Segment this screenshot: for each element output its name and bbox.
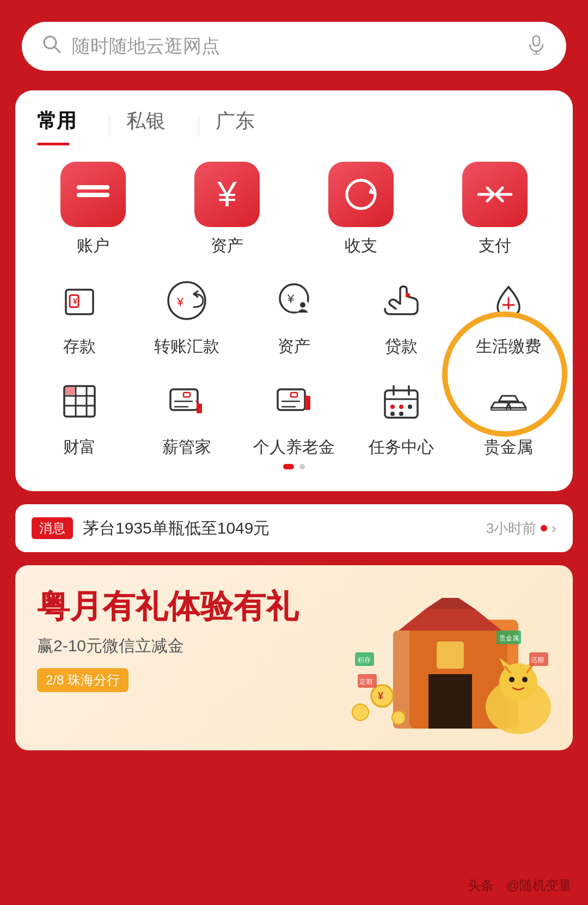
svg-point-63: [509, 677, 514, 682]
svg-point-46: [390, 412, 395, 416]
tab-siyin[interactable]: 私银: [126, 108, 182, 145]
pay-icon: [462, 162, 528, 227]
svg-text:积存: 积存: [358, 656, 371, 664]
menu-item-assets[interactable]: ¥ 资产: [173, 162, 281, 257]
svg-rect-34: [291, 393, 297, 397]
income-icon: [328, 162, 394, 227]
search-bar[interactable]: 随时随地云逛网点: [22, 22, 566, 71]
tabs-container: 常用 私银 广东: [15, 90, 573, 145]
banner-illustration: ¥ 积存 贵金属 定期 活期: [328, 587, 573, 750]
svg-point-64: [522, 677, 528, 682]
gold-icon: [481, 374, 536, 429]
svg-rect-26: [65, 387, 75, 395]
svg-rect-31: [197, 403, 202, 413]
svg-point-62: [499, 663, 537, 701]
tab-divider-1: [109, 117, 110, 137]
svg-rect-5: [77, 185, 109, 189]
deposit-icon: ¥: [52, 273, 107, 328]
main-card: 常用 私银 广东 账户 ¥ 资产: [15, 90, 573, 491]
pagination: [26, 464, 562, 469]
svg-marker-53: [399, 609, 502, 631]
svg-point-44: [399, 405, 403, 409]
svg-point-47: [399, 412, 403, 416]
menu-item-salary[interactable]: 薪管家: [138, 374, 236, 458]
svg-point-18: [300, 302, 305, 308]
transfer-label: 转账汇款: [154, 335, 219, 358]
watermark-source: 头条: [468, 878, 494, 892]
bills-icon: [481, 273, 536, 328]
menu-item-pay[interactable]: 支付: [440, 162, 549, 257]
banner-tag: 2/8 珠海分行: [37, 668, 128, 692]
menu-item-wealth[interactable]: 财富: [30, 374, 128, 458]
menu-item-bills[interactable]: 生活缴费: [455, 273, 562, 358]
wealth-label: 财富: [63, 436, 96, 458]
svg-rect-50: [506, 408, 526, 410]
loan-label: 贷款: [385, 335, 418, 358]
news-text: 茅台1935单瓶低至1049元: [83, 517, 476, 540]
svg-rect-32: [195, 400, 199, 402]
svg-point-12: [168, 282, 205, 319]
salary-label: 薪管家: [162, 436, 211, 458]
svg-line-1: [54, 47, 60, 52]
svg-point-43: [390, 405, 395, 409]
wealth-icon: [52, 374, 107, 429]
svg-text:定期: 定期: [359, 678, 372, 686]
voice-icon[interactable]: [526, 34, 547, 59]
menu-item-loan[interactable]: 贷款: [347, 273, 455, 358]
tab-changyong[interactable]: 常用: [37, 108, 93, 145]
menu-item-tasks[interactable]: 任务中心: [352, 374, 450, 458]
svg-text:¥: ¥: [176, 295, 184, 309]
icon-section: 账户 ¥ 资产 收支: [15, 145, 573, 480]
menu-item-pension[interactable]: 个人养老金: [245, 374, 343, 458]
svg-rect-37: [305, 396, 310, 410]
icon-row-1: 账户 ¥ 资产 收支: [26, 162, 562, 257]
menu-item-transfer[interactable]: ¥ 转账汇款: [133, 273, 241, 358]
assets2-icon: ¥: [267, 273, 321, 328]
tasks-icon: [374, 374, 428, 429]
banner[interactable]: 粤月有礼体验有礼 赢2-10元微信立减金 2/8 珠海分行 ¥: [15, 565, 573, 750]
news-arrow-icon: ›: [552, 520, 556, 537]
dot-inactive: [299, 464, 305, 469]
transfer-icon: ¥: [160, 273, 214, 328]
menu-item-account[interactable]: 账户: [39, 162, 148, 257]
income-label: 收支: [345, 235, 377, 257]
svg-rect-2: [533, 36, 540, 46]
watermark: 头条 @随机变量: [459, 877, 572, 894]
svg-point-45: [408, 405, 412, 409]
svg-text:¥: ¥: [378, 690, 383, 701]
svg-rect-56: [437, 641, 464, 669]
tab-guangdong[interactable]: 广东: [216, 108, 271, 145]
menu-item-gold[interactable]: 贵金属: [460, 374, 558, 458]
svg-text:¥: ¥: [73, 297, 77, 305]
svg-text:贵金属: 贵金属: [499, 634, 519, 642]
svg-text:¥: ¥: [287, 292, 295, 305]
search-icon: [41, 34, 62, 59]
account-icon: [60, 162, 126, 227]
menu-item-income[interactable]: 收支: [307, 162, 415, 257]
svg-rect-38: [305, 395, 307, 397]
menu-item-deposit[interactable]: ¥ 存款: [26, 273, 133, 358]
svg-marker-54: [426, 598, 475, 609]
assets-icon: ¥: [194, 162, 260, 227]
watermark-account: @随机变量: [506, 878, 572, 892]
icon-row-3: 财富 薪管家: [26, 374, 562, 458]
news-bar[interactable]: 消息 茅台1935单瓶低至1049元 3小时前 ›: [15, 504, 573, 552]
search-placeholder: 随时随地云逛网点: [72, 34, 516, 59]
account-label: 账户: [77, 235, 109, 257]
gold-label: 贵金属: [484, 436, 533, 458]
svg-rect-55: [428, 674, 472, 729]
tab-divider-2: [198, 117, 199, 137]
pension-icon: [267, 374, 321, 429]
svg-rect-28: [183, 393, 190, 397]
pension-label: 个人养老金: [253, 436, 335, 458]
svg-rect-6: [77, 193, 109, 197]
salary-icon: [160, 374, 214, 429]
menu-item-assets2[interactable]: ¥ 资产: [241, 273, 348, 358]
dot-active: [283, 464, 294, 469]
news-dot: [541, 525, 547, 531]
pay-label: 支付: [479, 235, 511, 257]
assets-label: 资产: [211, 235, 243, 257]
loan-icon: [374, 273, 428, 328]
assets2-label: 资产: [278, 335, 310, 358]
news-time-label: 3小时前: [486, 519, 536, 538]
